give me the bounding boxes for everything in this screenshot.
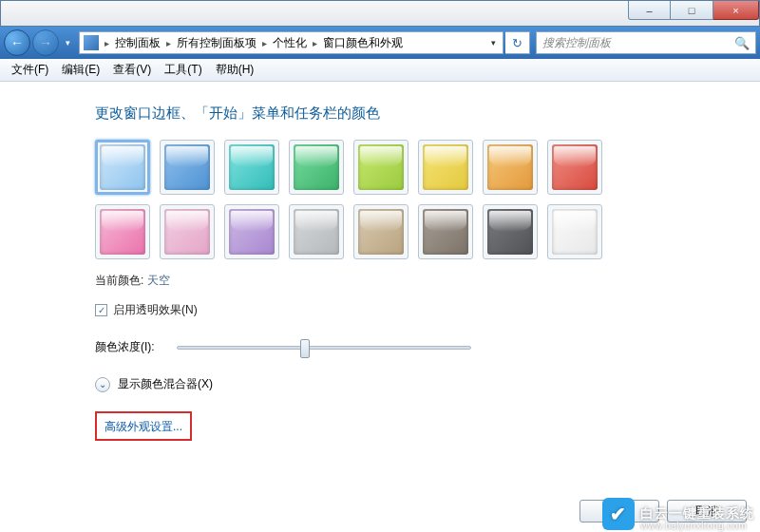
color-swatch-7[interactable] [547, 140, 602, 195]
color-swatch-8[interactable] [95, 204, 150, 259]
intensity-label: 颜色浓度(I): [95, 339, 171, 355]
color-swatch-grid [95, 140, 665, 259]
menu-tools[interactable]: 工具(T) [159, 60, 207, 80]
color-swatch-2[interactable] [224, 140, 279, 195]
slider-thumb[interactable] [300, 339, 310, 358]
breadcrumb[interactable]: 所有控制面板项 [177, 35, 256, 51]
color-mixer-expander[interactable]: ⌄ 显示颜色混合器(X) [95, 376, 760, 392]
menu-view[interactable]: 查看(V) [107, 60, 157, 80]
minimize-button[interactable]: – [628, 1, 671, 20]
navigation-bar: ← → ▾ ▸ 控制面板 ▸ 所有控制面板项 ▸ 个性化 ▸ 窗口颜色和外观 ▾… [0, 27, 760, 59]
menu-file[interactable]: 文件(F) [6, 60, 54, 80]
color-swatch-9[interactable] [160, 204, 215, 259]
intensity-row: 颜色浓度(I): [95, 339, 760, 355]
color-swatch-1[interactable] [160, 140, 215, 195]
menu-help[interactable]: 帮助(H) [210, 60, 260, 80]
forward-button[interactable]: → [32, 29, 59, 56]
ok-button[interactable]: 确定 [580, 500, 659, 522]
search-icon[interactable]: 🔍 [734, 36, 750, 50]
color-swatch-0[interactable] [95, 140, 150, 195]
menu-edit[interactable]: 编辑(E) [56, 60, 105, 80]
page-title: 更改窗口边框、「开始」菜单和任务栏的颜色 [95, 104, 760, 123]
breadcrumb-sep: ▸ [260, 38, 269, 48]
menu-bar: 文件(F) 编辑(E) 查看(V) 工具(T) 帮助(H) [0, 59, 760, 82]
dialog-button-bar: 确定 取消 [580, 500, 747, 522]
address-bar[interactable]: ▸ 控制面板 ▸ 所有控制面板项 ▸ 个性化 ▸ 窗口颜色和外观 ▾ [79, 31, 504, 54]
window-titlebar: – □ × [0, 0, 760, 27]
back-button[interactable]: ← [4, 29, 30, 56]
breadcrumb-sep: ▸ [311, 38, 319, 48]
content-area: 更改窗口边框、「开始」菜单和任务栏的颜色 当前颜色: 天空 ✓ 启用透明效果(N… [0, 82, 760, 441]
color-swatch-5[interactable] [418, 140, 473, 195]
color-swatch-15[interactable] [547, 204, 602, 259]
search-input[interactable]: 搜索控制面板 🔍 [536, 31, 756, 54]
breadcrumb[interactable]: 控制面板 [115, 35, 161, 51]
color-swatch-3[interactable] [289, 140, 344, 195]
current-color-label: 当前颜色: [95, 273, 143, 289]
color-swatch-6[interactable] [483, 140, 538, 195]
color-mixer-label: 显示颜色混合器(X) [118, 376, 213, 392]
color-swatch-12[interactable] [353, 204, 408, 259]
history-dropdown-icon[interactable]: ▾ [61, 33, 74, 52]
close-button[interactable]: × [713, 1, 759, 20]
chevron-down-icon: ⌄ [95, 377, 110, 392]
maximize-button[interactable]: □ [671, 1, 713, 20]
refresh-button[interactable]: ↻ [505, 31, 530, 54]
transparency-row: ✓ 启用透明效果(N) [95, 302, 760, 318]
intensity-slider[interactable] [177, 346, 471, 350]
advanced-link-highlight: 高级外观设置... [95, 411, 192, 441]
current-color-row: 当前颜色: 天空 [95, 273, 760, 289]
color-swatch-14[interactable] [483, 204, 538, 259]
breadcrumb-sep: ▸ [164, 38, 173, 48]
color-swatch-10[interactable] [224, 204, 279, 259]
breadcrumb[interactable]: 窗口颜色和外观 [323, 35, 403, 51]
color-swatch-13[interactable] [418, 204, 473, 259]
transparency-label[interactable]: 启用透明效果(N) [113, 302, 198, 318]
advanced-appearance-link[interactable]: 高级外观设置... [104, 420, 182, 433]
color-swatch-4[interactable] [353, 140, 408, 195]
control-panel-icon [84, 35, 99, 50]
transparency-checkbox[interactable]: ✓ [95, 304, 107, 316]
current-color-value: 天空 [147, 273, 170, 289]
breadcrumb[interactable]: 个性化 [273, 35, 307, 51]
cancel-button[interactable]: 取消 [667, 500, 747, 522]
address-dropdown-icon[interactable]: ▾ [488, 38, 499, 48]
color-swatch-11[interactable] [289, 204, 344, 259]
search-placeholder: 搜索控制面板 [542, 35, 611, 51]
breadcrumb-sep: ▸ [103, 38, 111, 48]
